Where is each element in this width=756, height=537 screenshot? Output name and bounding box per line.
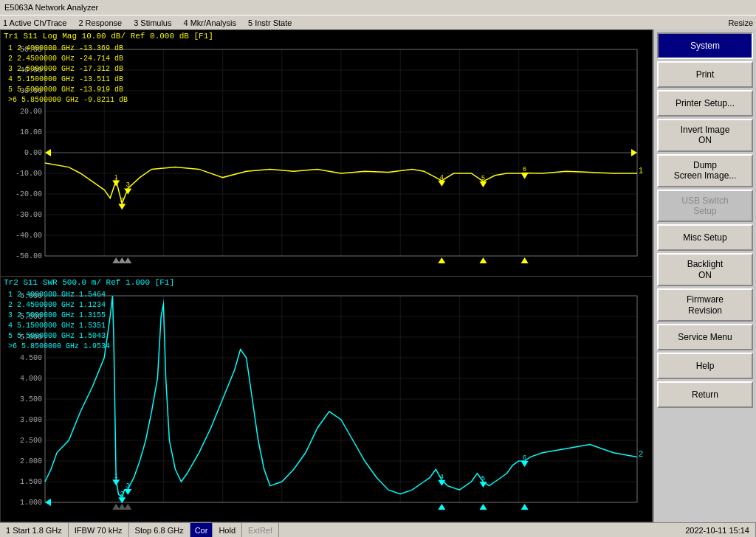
main-area: Tr1 S11 Log Mag 10.00 dB/ Ref 0.000 dB […: [0, 30, 756, 522]
sidebar-btn-dump-screen[interactable]: DumpScreen Image...: [657, 154, 753, 187]
bottom-markers: 1 2.4000000 GHz 1.5464 2 2.4500000 GHz 1…: [8, 290, 110, 352]
top-marker-line: 2 2.4500000 GHz -24.714 dB: [8, 54, 128, 64]
bottom-chart-header: Tr2 S11 SWR 500.0 m/ Ref 1.000 [F1]: [1, 277, 652, 288]
chart-area: Tr1 S11 Log Mag 10.00 dB/ Ref 0.000 dB […: [0, 30, 653, 522]
title-bar: E5063A Network Analyzer: [0, 0, 756, 15]
status-hold: Hold: [213, 523, 242, 537]
menu-instr[interactable]: 5 Instr State: [248, 18, 292, 27]
top-chart: Tr1 S11 Log Mag 10.00 dB/ Ref 0.000 dB […: [1, 30, 652, 277]
top-chart-canvas: 1 2.4000000 GHz -13.369 dB 2 2.4500000 G…: [1, 42, 652, 274]
bottom-marker-line: 1 2.4000000 GHz 1.5464: [8, 290, 110, 300]
sidebar-btn-backlight[interactable]: BacklightON: [657, 253, 753, 286]
bottom-marker-line: 2 2.4500000 GHz 1.1234: [8, 300, 110, 311]
bottom-marker-line: 4 5.1500000 GHz 1.5351: [8, 321, 110, 331]
status-ifbw: IFBW 70 kHz: [69, 523, 129, 537]
top-marker-line: 3 2.5000000 GHz -17.312 dB: [8, 64, 128, 75]
status-extref: ExtRef: [242, 523, 279, 537]
sidebar-btn-return[interactable]: Return: [657, 381, 753, 408]
status-stop: Stop 6.8 GHz: [129, 523, 190, 537]
bottom-marker-line: 5 5.5000000 GHz 1.5043: [8, 331, 110, 342]
status-bar: 1 Start 1.8 GHz IFBW 70 kHz Stop 6.8 GHz…: [0, 522, 756, 537]
menu-active-ch[interactable]: 1 Active Ch/Trace: [3, 18, 66, 27]
sidebar-btn-misc-setup[interactable]: Misc Setup: [657, 224, 753, 251]
top-marker-line: 1 2.4000000 GHz -13.369 dB: [8, 44, 128, 54]
sidebar-btn-usb-switch: USB SwitchSetup: [657, 190, 753, 223]
bottom-marker-line: 3 2.5000000 GHz 1.3155: [8, 311, 110, 321]
menu-mkr[interactable]: 4 Mkr/Analysis: [183, 18, 236, 27]
top-chart-header: Tr1 S11 Log Mag 10.00 dB/ Ref 0.000 dB […: [1, 30, 652, 42]
status-datetime: 2022-10-11 15:14: [679, 523, 756, 537]
top-marker-line: >6 5.8500000 GHz -9.8211 dB: [8, 95, 128, 105]
sidebar-btn-service-menu[interactable]: Service Menu: [657, 324, 753, 350]
sidebar-btn-system[interactable]: System: [657, 32, 753, 59]
menu-stimulus[interactable]: 3 Stimulus: [134, 18, 171, 27]
sidebar-btn-help[interactable]: Help: [657, 353, 753, 379]
sidebar-btn-print[interactable]: Print: [657, 61, 753, 88]
sidebar-btn-firmware[interactable]: FirmwareRevision: [657, 288, 753, 322]
bottom-chart: Tr2 S11 SWR 500.0 m/ Ref 1.000 [F1] 1 2.…: [1, 277, 652, 522]
app-title: E5063A Network Analyzer: [4, 3, 98, 12]
top-marker-line: 4 5.1500000 GHz -13.511 dB: [8, 75, 128, 85]
menu-response[interactable]: 2 Response: [78, 18, 122, 27]
sidebar: SystemPrintPrinter Setup...Invert ImageO…: [653, 30, 756, 522]
bottom-marker-line: >6 5.8500000 GHz 1.9534: [8, 342, 110, 352]
sidebar-btn-printer-setup[interactable]: Printer Setup...: [657, 90, 753, 117]
top-marker-line: 5 5.5000000 GHz -13.919 dB: [8, 85, 128, 95]
menu-bar: 1 Active Ch/Trace 2 Response 3 Stimulus …: [0, 15, 756, 30]
bottom-chart-canvas: 1 2.4000000 GHz 1.5464 2 2.4500000 GHz 1…: [1, 288, 652, 521]
status-cor: Cor: [190, 523, 213, 537]
status-start: 1 Start 1.8 GHz: [0, 523, 69, 537]
resize-button[interactable]: Resize: [728, 18, 753, 27]
top-markers: 1 2.4000000 GHz -13.369 dB 2 2.4500000 G…: [8, 44, 128, 105]
sidebar-btn-invert-image[interactable]: Invert ImageON: [657, 119, 753, 152]
